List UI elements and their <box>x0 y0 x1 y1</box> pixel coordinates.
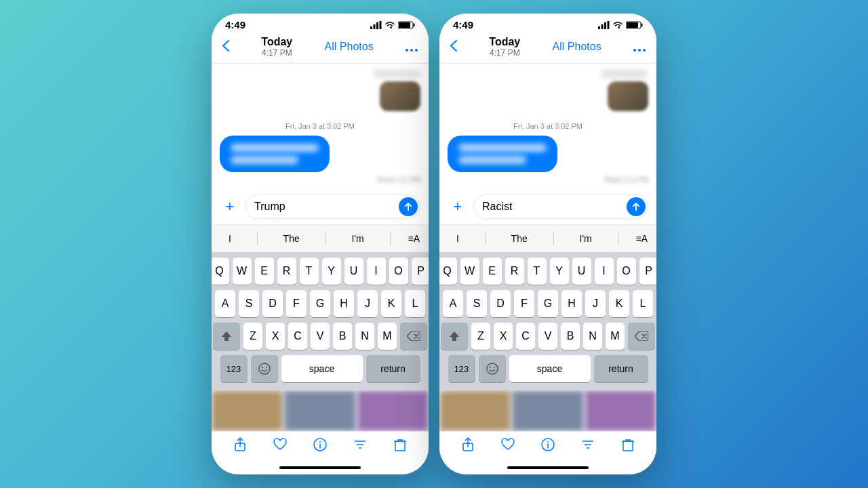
add-button-left[interactable]: + <box>220 197 240 217</box>
key-d-left[interactable]: D <box>262 290 283 317</box>
key-q-left[interactable]: Q <box>212 258 229 285</box>
message-input-right[interactable]: Racist <box>473 195 648 219</box>
key-h-right[interactable]: H <box>561 290 582 317</box>
send-button-left[interactable] <box>399 197 418 216</box>
key-u-left[interactable]: U <box>344 258 363 285</box>
info-button-right[interactable] <box>540 437 555 455</box>
key-y-right[interactable]: Y <box>550 258 569 285</box>
add-button-right[interactable]: + <box>448 197 468 217</box>
key-t-right[interactable]: T <box>528 258 547 285</box>
key-s-left[interactable]: S <box>239 290 259 317</box>
key-return-left[interactable]: return <box>366 355 420 382</box>
autocomplete-i-right[interactable]: I <box>448 230 467 247</box>
key-k-left[interactable]: K <box>381 290 401 317</box>
key-t-left[interactable]: T <box>300 258 319 285</box>
key-123-right[interactable]: 123 <box>448 355 475 382</box>
key-m-right[interactable]: M <box>606 323 625 350</box>
autocomplete-the-left[interactable]: The <box>275 230 308 247</box>
key-i-right[interactable]: I <box>595 258 614 285</box>
key-delete-left[interactable] <box>400 323 427 350</box>
key-g-right[interactable]: G <box>538 290 558 317</box>
key-b-right[interactable]: B <box>561 323 580 350</box>
key-r-left[interactable]: R <box>277 258 296 285</box>
back-button-right[interactable] <box>450 39 457 55</box>
autocomplete-special-left[interactable]: ≡A <box>408 233 420 244</box>
key-p-right[interactable]: P <box>639 258 657 285</box>
all-photos-button-left[interactable]: All Photos <box>325 41 374 53</box>
key-a-right[interactable]: A <box>443 290 463 317</box>
key-d-right[interactable]: D <box>490 290 511 317</box>
key-e-right[interactable]: E <box>483 258 502 285</box>
key-c-left[interactable]: C <box>288 323 307 350</box>
more-button-right[interactable] <box>633 39 646 55</box>
key-g-left[interactable]: G <box>310 290 330 317</box>
key-j-left[interactable]: J <box>357 290 378 317</box>
key-emoji-left[interactable] <box>251 355 278 382</box>
photo-thumb-3-left[interactable] <box>357 390 429 431</box>
key-123-left[interactable]: 123 <box>220 355 248 382</box>
more-button-left[interactable] <box>406 39 418 55</box>
key-b-left[interactable]: B <box>333 323 352 350</box>
key-z-left[interactable]: Z <box>243 323 262 350</box>
heart-button-left[interactable] <box>273 437 288 455</box>
key-return-right[interactable]: return <box>594 355 648 382</box>
key-h-left[interactable]: H <box>334 290 354 317</box>
key-j-right[interactable]: J <box>585 290 606 317</box>
key-emoji-right[interactable] <box>479 355 506 382</box>
key-e-left[interactable]: E <box>255 258 274 285</box>
info-button-left[interactable] <box>313 437 328 455</box>
key-x-right[interactable]: X <box>494 323 513 350</box>
key-i-left[interactable]: I <box>367 258 386 285</box>
filter-button-left[interactable] <box>353 437 368 455</box>
filter-button-right[interactable] <box>580 437 595 455</box>
key-o-right[interactable]: O <box>617 258 636 285</box>
autocomplete-im-left[interactable]: I'm <box>344 230 372 247</box>
key-q-right[interactable]: Q <box>439 258 457 285</box>
key-delete-right[interactable] <box>628 323 655 350</box>
autocomplete-i-left[interactable]: I <box>220 230 239 247</box>
key-space-left[interactable]: space <box>281 355 363 382</box>
photo-thumb-3-right[interactable] <box>585 390 656 431</box>
all-photos-button-right[interactable]: All Photos <box>553 41 601 53</box>
autocomplete-im-right[interactable]: I'm <box>572 230 600 247</box>
key-l-right[interactable]: L <box>633 290 653 317</box>
key-y-left[interactable]: Y <box>322 258 341 285</box>
key-w-right[interactable]: W <box>460 258 479 285</box>
trash-button-left[interactable] <box>393 437 408 455</box>
key-v-right[interactable]: V <box>538 323 557 350</box>
autocomplete-the-right[interactable]: The <box>503 230 536 247</box>
key-f-right[interactable]: F <box>514 290 534 317</box>
key-s-right[interactable]: S <box>467 290 487 317</box>
photo-thumb-2-right[interactable] <box>512 390 583 431</box>
key-z-right[interactable]: Z <box>471 323 490 350</box>
share-button-left[interactable] <box>233 437 248 455</box>
key-u-right[interactable]: U <box>572 258 591 285</box>
heart-button-right[interactable] <box>500 437 515 455</box>
key-x-left[interactable]: X <box>266 323 285 350</box>
key-l-left[interactable]: L <box>405 290 425 317</box>
key-p-left[interactable]: P <box>412 258 429 285</box>
photo-thumb-2-left[interactable] <box>284 390 355 431</box>
trash-button-right[interactable] <box>620 437 635 455</box>
message-input-left[interactable]: Trump <box>245 195 420 219</box>
back-button-left[interactable] <box>222 39 229 55</box>
share-button-right[interactable] <box>460 437 475 455</box>
key-o-left[interactable]: O <box>389 258 408 285</box>
key-a-left[interactable]: A <box>215 290 235 317</box>
key-shift-left[interactable] <box>213 323 240 350</box>
key-m-left[interactable]: M <box>378 323 397 350</box>
key-f-left[interactable]: F <box>286 290 307 317</box>
key-v-left[interactable]: V <box>311 323 330 350</box>
key-shift-right[interactable] <box>441 323 468 350</box>
key-c-right[interactable]: C <box>516 323 535 350</box>
photo-thumb-1-right[interactable] <box>439 390 511 431</box>
photo-thumb-1-left[interactable] <box>212 390 283 431</box>
key-n-right[interactable]: N <box>583 323 602 350</box>
send-button-right[interactable] <box>627 197 646 216</box>
key-n-left[interactable]: N <box>355 323 374 350</box>
key-k-right[interactable]: K <box>609 290 629 317</box>
key-w-left[interactable]: W <box>233 258 252 285</box>
key-r-right[interactable]: R <box>505 258 524 285</box>
autocomplete-special-right[interactable]: ≡A <box>636 233 648 244</box>
key-space-right[interactable]: space <box>509 355 591 382</box>
